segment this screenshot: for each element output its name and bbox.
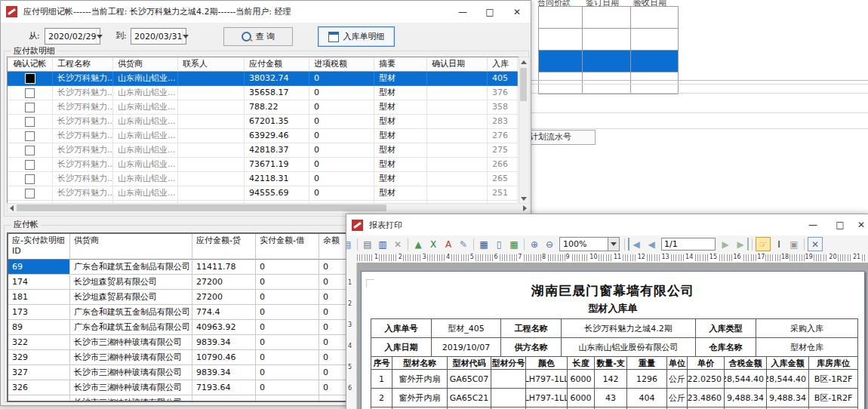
last-page-icon[interactable]: ▶ bbox=[734, 238, 749, 251]
table-row[interactable]: 长沙万科魅力...山东南山铝业...63929.460型材276 bbox=[8, 129, 519, 143]
single-page-icon[interactable]: ▯ bbox=[492, 238, 506, 251]
text-select-icon[interactable]: I bbox=[772, 238, 786, 251]
first-page-icon[interactable]: ◀ bbox=[628, 238, 643, 251]
chevron-down-icon[interactable] bbox=[96, 29, 103, 44]
minimize-button[interactable]: — bbox=[799, 214, 826, 235]
bg-table[interactable] bbox=[538, 6, 679, 94]
confirm-checkbox[interactable] bbox=[25, 146, 35, 155]
table-row[interactable]: 174长沙坦森贸易有限公司2720000 bbox=[8, 275, 386, 290]
column-header[interactable]: 应付金额 bbox=[245, 57, 309, 72]
maximize-button[interactable]: □ bbox=[826, 214, 854, 235]
table-row[interactable]: 长沙万科魅力...山东南山铝业...42118.310型材265 bbox=[8, 172, 519, 186]
bg-cell[interactable] bbox=[631, 29, 679, 51]
table-row[interactable]: 长沙市三湘特种玻璃有限公司 bbox=[8, 395, 386, 402]
column-header[interactable]: 确认日期 bbox=[427, 57, 488, 72]
column-header[interactable]: 摘要 bbox=[374, 57, 427, 72]
close-button[interactable]: ✕ bbox=[503, 1, 531, 23]
copy-page-icon[interactable]: ▣ bbox=[787, 238, 801, 251]
column-header[interactable]: 确认记帐 bbox=[8, 57, 53, 72]
bg-cell[interactable] bbox=[583, 51, 631, 72]
column-header[interactable]: 供货商 bbox=[70, 234, 192, 260]
page-number-input[interactable] bbox=[661, 238, 716, 251]
chevron-down-icon[interactable] bbox=[608, 238, 619, 251]
scroll-left-icon[interactable] bbox=[10, 205, 14, 211]
edit-report-icon[interactable]: ✎ bbox=[457, 238, 470, 251]
toc-pane-icon[interactable]: ▤ bbox=[346, 238, 354, 251]
column-header[interactable]: 入库 bbox=[488, 57, 518, 72]
table-header[interactable]: 应-实付款明细ID供货商应付金额-贷实付金额-借余额 bbox=[8, 234, 386, 260]
scroll-right-icon[interactable] bbox=[523, 205, 527, 211]
to-date-select[interactable]: 2020/03/31 bbox=[131, 28, 186, 45]
export-up-icon[interactable]: ▲ bbox=[411, 238, 425, 251]
next-page-icon[interactable]: ▶ bbox=[719, 238, 732, 251]
prev-page-icon[interactable]: ◀ bbox=[645, 238, 658, 251]
bg-cell[interactable] bbox=[631, 51, 679, 72]
save-icon[interactable]: ▦ bbox=[477, 238, 491, 251]
column-header[interactable]: 进项税额 bbox=[309, 57, 374, 72]
scroll-down-icon[interactable] bbox=[521, 197, 527, 201]
table-row[interactable]: 长沙万科魅力...山东南山铝业...94555.690型材251 bbox=[8, 186, 519, 201]
column-header[interactable]: 联系人 bbox=[178, 57, 245, 72]
confirm-checkbox[interactable] bbox=[25, 174, 35, 184]
table-row[interactable]: 326长沙市三湘特种玻璃有限公司7193.6400 bbox=[8, 380, 386, 395]
table-row[interactable]: 长沙万科魅力...山东南山铝业...42818.370型材275 bbox=[8, 143, 519, 158]
confirm-checkbox[interactable] bbox=[25, 88, 35, 98]
table-row[interactable]: 329长沙市三湘特种玻璃有限公司10790.4600 bbox=[8, 350, 386, 365]
close-button[interactable]: ✕ bbox=[854, 214, 868, 235]
table-row[interactable]: 89广东合和建筑五金制品有限公司40963.9200 bbox=[8, 320, 386, 335]
confirm-checkbox[interactable] bbox=[25, 189, 35, 198]
excel-export-icon[interactable]: X bbox=[426, 238, 440, 251]
confirm-checkbox[interactable] bbox=[26, 74, 35, 83]
from-date-select[interactable]: 2020/02/29 bbox=[45, 28, 100, 45]
detail-cell: GA65C21 bbox=[448, 389, 491, 407]
column-header[interactable]: 工程名称 bbox=[53, 57, 113, 72]
minimize-button[interactable]: — bbox=[449, 1, 476, 23]
close-preview-icon[interactable]: ✕ bbox=[808, 237, 823, 251]
bg-cell[interactable] bbox=[539, 7, 583, 29]
title-bar[interactable]: 报表打印 — □ ✕ bbox=[346, 214, 868, 235]
confirm-checkbox[interactable] bbox=[25, 131, 35, 141]
print-icon[interactable]: ▤ bbox=[361, 238, 374, 251]
table-header[interactable]: 确认记帐工程名称供货商联系人应付金额进项税额摘要确认日期入库 bbox=[8, 57, 519, 72]
column-header[interactable]: 供货商 bbox=[113, 57, 178, 72]
scrollbar-thumb[interactable] bbox=[520, 68, 527, 101]
zoom-in-icon[interactable]: ⊕ bbox=[528, 238, 541, 251]
bg-cell[interactable] bbox=[539, 51, 583, 72]
scrollbar-thumb[interactable] bbox=[17, 204, 386, 211]
chevron-down-icon[interactable] bbox=[182, 29, 189, 44]
horizontal-scrollbar[interactable] bbox=[7, 203, 530, 214]
vertical-scrollbar[interactable] bbox=[519, 57, 530, 204]
confirm-checkbox[interactable] bbox=[25, 160, 35, 170]
table-row[interactable]: 长沙万科魅力...山东南山铝业...67201.350型材283 bbox=[8, 115, 519, 129]
bg-cell[interactable] bbox=[583, 7, 631, 29]
column-header[interactable]: 应-实付款明细ID bbox=[8, 234, 70, 260]
column-header[interactable]: 实付金额-借 bbox=[256, 234, 319, 260]
confirm-checkbox[interactable] bbox=[25, 103, 35, 112]
bg-cell[interactable] bbox=[583, 29, 631, 51]
inbound-detail-button[interactable]: 入库单明细 bbox=[318, 26, 395, 47]
bg-cell[interactable] bbox=[539, 29, 583, 51]
confirm-checkbox[interactable] bbox=[25, 117, 35, 127]
query-button[interactable]: 查 询 bbox=[223, 27, 293, 46]
table-row[interactable]: 长沙万科魅力...山东南山铝业...73671.190型材266 bbox=[8, 158, 519, 172]
table-row[interactable]: 181长沙坦森贸易有限公司2720000 bbox=[8, 290, 386, 305]
column-header[interactable]: 应付金额-贷 bbox=[192, 234, 256, 260]
table-row[interactable]: 长沙万科魅力...山东南山铝业...38032.740型材405 bbox=[8, 72, 519, 86]
maximize-button[interactable]: □ bbox=[476, 1, 503, 23]
hand-tool-icon[interactable]: ☞ bbox=[756, 237, 771, 251]
table-row[interactable]: 长沙万科魅力...山东南山铝业...788.220型材358 bbox=[8, 100, 519, 115]
print-settings-icon[interactable]: ✕ bbox=[391, 238, 405, 251]
title-bar[interactable]: 应付明细记帐------当前工程: 长沙万科魅力之城4.2期------当前用户… bbox=[1, 1, 531, 23]
zoom-out-icon[interactable]: ⊖ bbox=[543, 238, 556, 251]
scroll-up-icon[interactable] bbox=[521, 60, 527, 64]
book-preview-icon[interactable]: ▥ bbox=[376, 238, 389, 251]
multi-page-icon[interactable]: ▦ bbox=[507, 238, 521, 251]
bg-cell[interactable] bbox=[631, 7, 679, 29]
pdf-export-icon[interactable]: A bbox=[442, 238, 455, 251]
table-row[interactable]: 327长沙市三湘特种玻璃有限公司9839.3400 bbox=[8, 365, 386, 380]
table-row[interactable]: 69广东合和建筑五金制品有限公司11411.7800 bbox=[8, 260, 386, 275]
table-row[interactable]: 322长沙市三湘特种玻璃有限公司9839.3400 bbox=[8, 335, 386, 350]
zoom-select[interactable]: 100% bbox=[559, 237, 620, 251]
table-row[interactable]: 173广东合和建筑五金制品有限公司774.400 bbox=[8, 305, 386, 320]
table-row[interactable]: 长沙万科魅力...山东南山铝业...35658.170型材376 bbox=[8, 86, 519, 100]
